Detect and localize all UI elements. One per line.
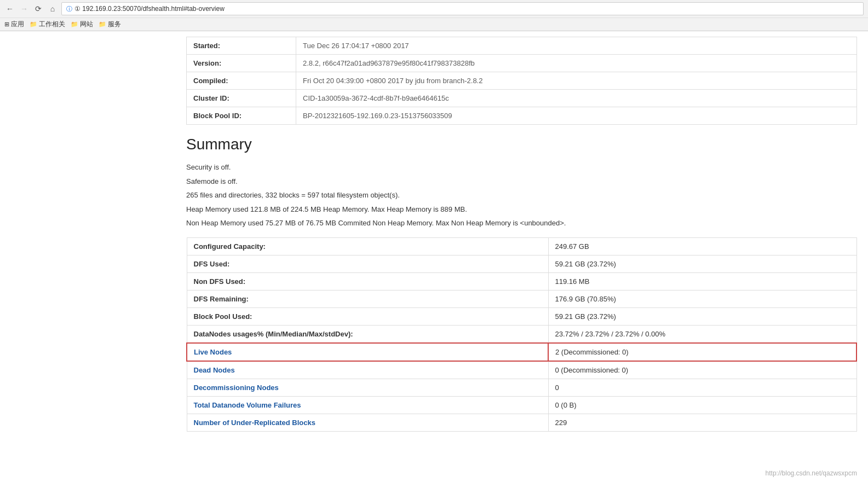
info-row: Started: Tue Dec 26 17:04:17 +0800 2017 bbox=[187, 37, 857, 55]
stats-row: DataNodes usages% (Min/Median/Max/stdDev… bbox=[187, 325, 856, 343]
info-row: Compiled: Fri Oct 20 04:39:00 +0800 2017… bbox=[187, 72, 857, 90]
browser-chrome: ← → ⟳ ⌂ ⓘ ① 192.169.0.23:50070/dfshealth… bbox=[0, 0, 868, 31]
stats-value: 0 (Decommissioned: 0) bbox=[548, 361, 856, 379]
summary-line: Security is off. bbox=[186, 162, 857, 173]
bookmarks-apps[interactable]: ⊞ 应用 bbox=[4, 20, 24, 29]
folder-icon-1: 📁 bbox=[30, 21, 37, 28]
browser-toolbar: ← → ⟳ ⌂ ⓘ ① 192.169.0.23:50070/dfshealth… bbox=[0, 0, 868, 18]
summary-line: Non Heap Memory used 75.27 MB of 76.75 M… bbox=[186, 218, 857, 229]
stats-value: 23.72% / 23.72% / 23.72% / 0.00% bbox=[548, 325, 856, 343]
stats-link[interactable]: Decommissioning Nodes bbox=[194, 384, 279, 392]
services-label: 服务 bbox=[108, 20, 121, 29]
stats-row: Live Nodes2 (Decommissioned: 0) bbox=[187, 343, 856, 361]
content-area: Started: Tue Dec 26 17:04:17 +0800 2017 … bbox=[0, 31, 868, 443]
stats-value: 176.9 GB (70.85%) bbox=[548, 290, 856, 307]
stats-value: 2 (Decommissioned: 0) bbox=[548, 343, 856, 361]
stats-row: Number of Under-Replicated Blocks229 bbox=[187, 414, 856, 431]
stats-label[interactable]: Dead Nodes bbox=[187, 361, 548, 379]
work-label: 工作相关 bbox=[39, 20, 65, 29]
stats-label[interactable]: Decommissioning Nodes bbox=[187, 379, 548, 396]
info-label: Started: bbox=[187, 37, 296, 55]
info-value: Fri Oct 20 04:39:00 +0800 2017 by jdu fr… bbox=[296, 72, 857, 90]
info-value: Tue Dec 26 17:04:17 +0800 2017 bbox=[296, 37, 857, 55]
info-row: Cluster ID: CID-1a30059a-3672-4cdf-8b7f-… bbox=[187, 90, 857, 107]
stats-label: DataNodes usages% (Min/Median/Max/stdDev… bbox=[187, 325, 548, 343]
sites-label: 网站 bbox=[80, 20, 93, 29]
stats-row: Configured Capacity:249.67 GB bbox=[187, 237, 856, 255]
summary-heading: Summary bbox=[186, 136, 857, 153]
stats-label: DFS Remaining: bbox=[187, 290, 548, 307]
folder-icon-3: 📁 bbox=[99, 21, 106, 28]
info-value: 2.8.2, r66c47f2a01ad9637879e95f80c41f798… bbox=[296, 55, 857, 72]
stats-label: DFS Used: bbox=[187, 255, 548, 272]
stats-link[interactable]: Number of Under-Replicated Blocks bbox=[194, 419, 316, 427]
stats-label[interactable]: Number of Under-Replicated Blocks bbox=[187, 414, 548, 431]
address-bar[interactable]: ⓘ ① 192.169.0.23:50070/dfshealth.html#ta… bbox=[61, 2, 864, 15]
stats-value: 0 (0 B) bbox=[548, 396, 856, 414]
info-row: Version: 2.8.2, r66c47f2a01ad9637879e95f… bbox=[187, 55, 857, 72]
info-row: Block Pool ID: BP-2012321605-192.169.0.2… bbox=[187, 107, 857, 125]
info-label: Version: bbox=[187, 55, 296, 72]
address-text: ① 192.169.0.23:50070/dfshealth.html#tab-… bbox=[74, 5, 225, 13]
summary-lines: Security is off.Safemode is off.265 file… bbox=[186, 162, 857, 229]
forward-button[interactable]: → bbox=[19, 3, 30, 14]
stats-label: Block Pool Used: bbox=[187, 307, 548, 325]
bookmarks-bar: ⊞ 应用 📁 工作相关 📁 网站 📁 服务 bbox=[0, 18, 868, 31]
bookmarks-work[interactable]: 📁 工作相关 bbox=[30, 20, 65, 29]
bookmarks-sites[interactable]: 📁 网站 bbox=[71, 20, 93, 29]
home-button[interactable]: ⌂ bbox=[47, 3, 58, 14]
back-button[interactable]: ← bbox=[4, 3, 15, 14]
stats-row: Non DFS Used:119.16 MB bbox=[187, 272, 856, 290]
stats-value: 249.67 GB bbox=[548, 237, 856, 255]
stats-value: 0 bbox=[548, 379, 856, 396]
reload-button[interactable]: ⟳ bbox=[33, 3, 44, 14]
stats-value: 59.21 GB (23.72%) bbox=[548, 307, 856, 325]
summary-line: Heap Memory used 121.8 MB of 224.5 MB He… bbox=[186, 204, 857, 215]
secure-icon: ⓘ bbox=[66, 5, 72, 13]
bookmarks-services[interactable]: 📁 服务 bbox=[99, 20, 121, 29]
stats-row: Total Datanode Volume Failures0 (0 B) bbox=[187, 396, 856, 414]
stats-row: Dead Nodes0 (Decommissioned: 0) bbox=[187, 361, 856, 379]
summary-line: Safemode is off. bbox=[186, 176, 857, 187]
stats-value: 229 bbox=[548, 414, 856, 431]
stats-row: DFS Remaining:176.9 GB (70.85%) bbox=[187, 290, 856, 307]
info-table: Started: Tue Dec 26 17:04:17 +0800 2017 … bbox=[186, 37, 857, 125]
stats-row: DFS Used:59.21 GB (23.72%) bbox=[187, 255, 856, 272]
stats-value: 119.16 MB bbox=[548, 272, 856, 290]
stats-label[interactable]: Live Nodes bbox=[187, 343, 548, 361]
stats-value: 59.21 GB (23.72%) bbox=[548, 255, 856, 272]
info-label: Compiled: bbox=[187, 72, 296, 90]
page-content: Started: Tue Dec 26 17:04:17 +0800 2017 … bbox=[0, 31, 868, 454]
apps-label: 应用 bbox=[11, 20, 24, 29]
summary-line: 265 files and directories, 332 blocks = … bbox=[186, 190, 857, 201]
stats-label: Configured Capacity: bbox=[187, 237, 548, 255]
stats-row: Block Pool Used:59.21 GB (23.72%) bbox=[187, 307, 856, 325]
stats-label[interactable]: Total Datanode Volume Failures bbox=[187, 396, 548, 414]
stats-link[interactable]: Total Datanode Volume Failures bbox=[194, 401, 301, 409]
stats-link[interactable]: Live Nodes bbox=[194, 348, 232, 356]
stats-label: Non DFS Used: bbox=[187, 272, 548, 290]
folder-icon-2: 📁 bbox=[71, 21, 78, 28]
info-label: Cluster ID: bbox=[187, 90, 296, 107]
stats-link[interactable]: Dead Nodes bbox=[194, 366, 235, 374]
info-value: CID-1a30059a-3672-4cdf-8b7f-b9ae6464615c bbox=[296, 90, 857, 107]
info-value: BP-2012321605-192.169.0.23-1513756033509 bbox=[296, 107, 857, 125]
stats-table: Configured Capacity:249.67 GBDFS Used:59… bbox=[186, 237, 857, 432]
apps-icon: ⊞ bbox=[4, 21, 9, 28]
stats-row: Decommissioning Nodes0 bbox=[187, 379, 856, 396]
info-label: Block Pool ID: bbox=[187, 107, 296, 125]
